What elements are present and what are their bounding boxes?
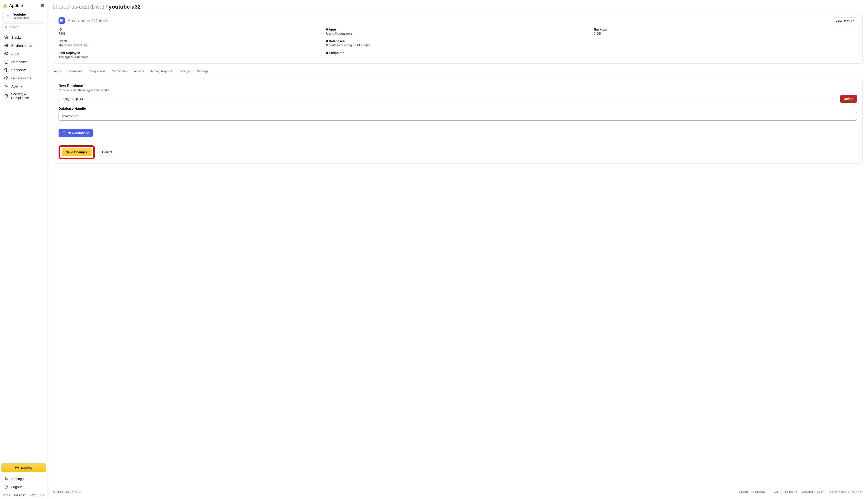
nav-security-label: Security & Compliance bbox=[11, 92, 43, 100]
nav-settings[interactable]: Settings bbox=[2, 475, 46, 483]
tab-integrations[interactable]: Integrations bbox=[89, 67, 106, 76]
db-type-value: PostgreSQL 14 bbox=[61, 97, 83, 101]
database-icon bbox=[4, 60, 9, 64]
nav-databases[interactable]: Databases bbox=[2, 58, 46, 66]
new-database-button[interactable]: New Database bbox=[59, 129, 93, 137]
stack-value: shared-us-east-1-wat bbox=[59, 44, 322, 47]
legal-docs[interactable]: DOCS bbox=[3, 494, 10, 497]
nav-logout[interactable]: Logout bbox=[2, 483, 46, 491]
nav-activity-label: Activity bbox=[11, 84, 22, 88]
nav-security[interactable]: Security & Compliance bbox=[2, 90, 46, 101]
svg-line-35 bbox=[861, 491, 863, 492]
nav-databases-label: Databases bbox=[11, 60, 28, 64]
view-docs-label: View Docs bbox=[836, 19, 850, 23]
external-link-icon bbox=[860, 491, 863, 494]
nav-endpoints[interactable]: Endpoints bbox=[2, 66, 46, 74]
tab-settings[interactable]: Settings bbox=[197, 67, 208, 76]
nav-stacks[interactable]: Stacks bbox=[2, 33, 46, 41]
legal-support[interactable]: SUPPORT bbox=[13, 494, 26, 497]
svg-line-29 bbox=[852, 20, 853, 21]
deploy-button[interactable]: Deploy bbox=[1, 463, 46, 472]
last-deployed-label: Last Deployed bbox=[59, 51, 322, 55]
globe-icon bbox=[4, 43, 9, 48]
nav-environments-label: Environments bbox=[11, 44, 32, 48]
svg-line-33 bbox=[795, 491, 796, 492]
search-input[interactable] bbox=[2, 23, 45, 31]
save-changes-button[interactable]: Save Changes bbox=[62, 148, 91, 156]
breadcrumb-sep: / bbox=[104, 4, 109, 10]
tabs: Apps Databases Integrations Certificates… bbox=[53, 67, 863, 76]
backups-value: 0 GB bbox=[594, 32, 857, 35]
footer-changelog[interactable]: CHANGELOG bbox=[802, 490, 824, 494]
cloud-upload-icon bbox=[4, 76, 9, 80]
detail-backups: Backups 0 GB bbox=[594, 27, 857, 35]
endpoint-icon bbox=[4, 68, 9, 72]
db-type-select[interactable]: PostgreSQL 14 bbox=[59, 95, 838, 103]
id-value: 7809 bbox=[59, 32, 322, 35]
chevron-down-icon bbox=[766, 491, 769, 494]
nav-activity[interactable]: Activity bbox=[2, 82, 46, 90]
nav-environments[interactable]: Environments bbox=[2, 41, 46, 49]
logout-icon bbox=[4, 485, 9, 489]
nav-apps-label: Apps bbox=[11, 52, 19, 56]
search-icon bbox=[4, 26, 8, 29]
db-handle-input[interactable] bbox=[59, 112, 857, 121]
chevron-down-icon bbox=[832, 97, 835, 100]
brand-text: Aptible bbox=[9, 3, 23, 8]
last-deployed-value: 13s ago by Unknown bbox=[59, 55, 322, 59]
activity-icon bbox=[4, 84, 9, 88]
legal-install[interactable]: INSTALL CLI bbox=[29, 494, 44, 497]
external-link-icon bbox=[794, 491, 797, 494]
form-title: New Database bbox=[59, 84, 857, 88]
tab-databases[interactable]: Databases bbox=[67, 67, 83, 76]
tab-apps[interactable]: Apps bbox=[54, 67, 61, 76]
detail-apps: 0 Apps Using 0 containers bbox=[326, 27, 589, 35]
svg-rect-3 bbox=[7, 15, 9, 17]
view-docs-button[interactable]: View Docs bbox=[833, 17, 857, 24]
footer-share-label: SHARE FEEDBACK bbox=[739, 490, 765, 494]
handle-label: Database Handle bbox=[59, 107, 857, 110]
tab-activity[interactable]: Activity bbox=[134, 67, 144, 76]
hamburger-icon bbox=[40, 3, 45, 8]
main: shared-us-east-1-wat / youtube-a32 Envir… bbox=[48, 0, 868, 499]
detail-databases: 0 Databases 0 containers using 0 GB of d… bbox=[326, 39, 589, 47]
org-owner: Kishan Sheth bbox=[13, 16, 29, 20]
sidebar-toggle[interactable] bbox=[40, 3, 45, 8]
org-selector[interactable]: Youtube Kishan Sheth bbox=[2, 11, 45, 22]
footer-github-label: GITHUB REPO bbox=[774, 490, 793, 494]
aptible-logo-icon bbox=[3, 3, 8, 8]
svg-point-26 bbox=[5, 477, 7, 479]
delete-button[interactable]: Delete bbox=[840, 95, 857, 103]
footer-legacy[interactable]: LEGACY DASHBOARD bbox=[829, 490, 863, 494]
databases-label: 0 Databases bbox=[326, 39, 589, 43]
breadcrumb: shared-us-east-1-wat / youtube-a32 bbox=[53, 4, 863, 10]
nav-endpoints-label: Endpoints bbox=[11, 68, 26, 72]
nav-settings-label: Settings bbox=[11, 477, 24, 481]
nav-apps[interactable]: Apps bbox=[2, 49, 46, 58]
nav-deployments[interactable]: Deployments bbox=[2, 74, 46, 82]
plus-circle-icon bbox=[15, 465, 19, 470]
nav-logout-label: Logout bbox=[11, 485, 22, 489]
svg-point-10 bbox=[5, 26, 7, 27]
cancel-button[interactable]: Cancel bbox=[98, 148, 116, 157]
tab-certificates[interactable]: Certificates bbox=[112, 67, 127, 76]
svg-line-11 bbox=[7, 27, 7, 28]
databases-value: 0 containers using 0 GB of disk bbox=[326, 44, 589, 47]
building-icon bbox=[6, 14, 10, 18]
stack-label: Stack bbox=[59, 39, 322, 43]
env-details-title: Environment Details bbox=[67, 18, 108, 23]
logo[interactable]: Aptible bbox=[3, 3, 23, 8]
svg-point-16 bbox=[5, 60, 8, 61]
footer-share-feedback[interactable]: SHARE FEEDBACK bbox=[739, 490, 769, 494]
breadcrumb-parent[interactable]: shared-us-east-1-wat bbox=[53, 4, 104, 10]
breadcrumb-current: youtube-a32 bbox=[109, 4, 140, 10]
svg-marker-12 bbox=[5, 36, 8, 38]
footer-github[interactable]: GITHUB REPO bbox=[774, 490, 797, 494]
tab-activity-reports[interactable]: Activity Reports bbox=[150, 67, 172, 76]
plus-circle-icon bbox=[62, 131, 66, 135]
tab-backups[interactable]: Backups bbox=[178, 67, 191, 76]
sidebar: Aptible Youtube Kishan Sheth Stacks Envi… bbox=[0, 0, 48, 499]
new-db-form: New Database Choose a database type and … bbox=[53, 79, 863, 164]
backups-label: Backups bbox=[594, 27, 857, 31]
save-highlight: Save Changes bbox=[59, 145, 95, 159]
